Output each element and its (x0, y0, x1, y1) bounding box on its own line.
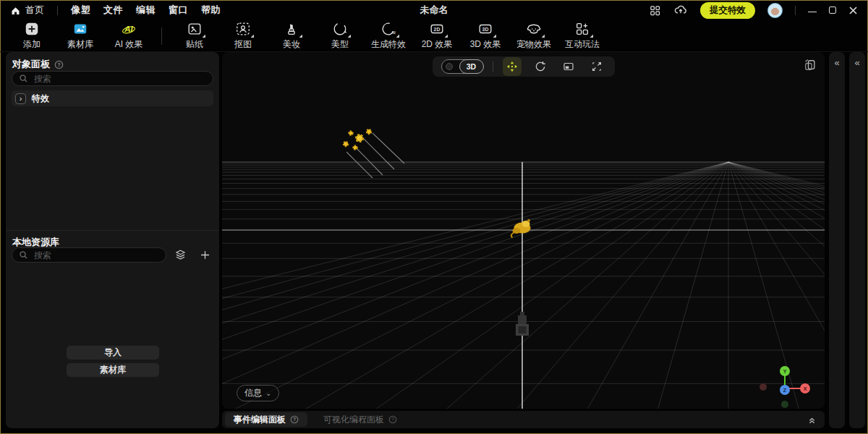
svg-text:2D: 2D (434, 27, 441, 32)
tab-event-editor[interactable]: 事件编辑面板 ? (225, 412, 307, 427)
collapse-left-icon: « (834, 57, 839, 68)
toolbar-face-reshape[interactable]: 美型 (321, 21, 359, 51)
toolbar-separator (161, 27, 162, 45)
cutout-icon (235, 21, 251, 37)
menu-window[interactable]: 窗口 (169, 4, 188, 17)
window-minimize-button[interactable] (808, 12, 817, 13)
cloud-sync-icon[interactable] (673, 3, 688, 17)
titlebar-separator (57, 6, 58, 15)
fit-view-button[interactable] (587, 57, 606, 76)
main-toolbar: 添加 素材库 AI AI 效果 贴纸 (0, 20, 868, 52)
toggle-knob (446, 63, 453, 70)
window-maximize-button[interactable] (829, 7, 836, 14)
rotate-tool-icon (534, 60, 547, 73)
effect-3d-icon: 3D (477, 21, 493, 37)
info-label: 信息 (244, 387, 262, 399)
pet-effect-icon (526, 21, 542, 37)
move-tool-button[interactable] (503, 57, 522, 76)
material-library-icon (72, 21, 88, 37)
svg-text:X: X (804, 386, 807, 391)
menu-edit[interactable]: 编辑 (136, 4, 156, 17)
sticker-icon (187, 21, 203, 37)
toolbar-2d-effect[interactable]: 2D 2D 效果 (418, 21, 456, 51)
tab-visual-programming[interactable]: 可视化编程面板 ? (315, 412, 406, 427)
menu-file[interactable]: 文件 (103, 4, 123, 17)
viewport-toolbar: 3D (433, 56, 615, 77)
toolbar-3d-effect[interactable]: 3D 3D 效果 (467, 21, 504, 51)
svg-text:?: ? (391, 417, 394, 422)
toolbar-generate-effect[interactable]: AI 生成特效 (370, 21, 407, 51)
user-avatar[interactable] (767, 3, 783, 18)
mode-toggle-3d[interactable]: 3D (441, 59, 483, 74)
search-input[interactable] (33, 73, 206, 85)
tree-item-effect[interactable]: › 特效 (12, 90, 213, 106)
toolbar-makeup[interactable]: 美妆 (273, 21, 310, 51)
face-reshape-icon (332, 21, 348, 37)
expand-chevron-icon[interactable]: › (15, 93, 26, 104)
window-close-button[interactable] (848, 6, 858, 15)
chevron-down-icon: ⌄ (265, 391, 271, 396)
object-panel-header: 对象面板 ? (12, 58, 64, 71)
collapse-panel-button[interactable] (807, 414, 817, 425)
effect-2d-icon: 2D (429, 21, 445, 37)
toolbar-cutout[interactable]: 抠图 (224, 21, 262, 51)
scene-objects: Y X Z (222, 52, 825, 409)
local-library-search[interactable] (12, 247, 166, 263)
right-panel-collapsed-2[interactable]: « (849, 52, 865, 428)
help-icon: ? (388, 415, 397, 424)
toolbar-sticker[interactable]: 贴纸 (176, 21, 213, 51)
move-tool-icon (506, 60, 519, 73)
flower-cluster (344, 129, 371, 150)
scale-tool-icon (562, 60, 575, 73)
svg-text:Z: Z (783, 388, 787, 393)
object-panel-search[interactable] (12, 71, 213, 86)
titlebar-separator-2 (795, 6, 796, 15)
svg-text:3D: 3D (482, 27, 489, 32)
viewport-toolbar-separator (493, 61, 493, 72)
apps-grid-icon[interactable] (649, 4, 661, 17)
plus-tile-icon (24, 21, 40, 37)
search-icon (19, 250, 28, 260)
help-icon: ? (290, 415, 299, 424)
double-chevron-up-icon (807, 414, 817, 425)
makeup-icon (284, 21, 299, 37)
viewport-3d[interactable]: Y X Z 3D (222, 52, 825, 409)
library-button[interactable]: 素材库 (67, 363, 159, 377)
rotate-screen-icon[interactable] (803, 58, 817, 72)
scale-tool-button[interactable] (559, 57, 578, 76)
svg-text:?: ? (293, 417, 296, 422)
toolbar-interactive-play[interactable]: 互动玩法 (563, 21, 601, 51)
toolbar-material-library[interactable]: 素材库 (61, 21, 99, 51)
import-button[interactable]: 导入 (67, 346, 159, 359)
generate-effect-icon: AI (380, 21, 396, 37)
menu-help[interactable]: 帮助 (201, 4, 221, 17)
interactive-play-icon (574, 21, 590, 37)
info-dropdown[interactable]: 信息 ⌄ (237, 385, 279, 401)
bottom-bar: 事件编辑面板 ? 可视化编程面板 ? (222, 411, 825, 428)
right-panel-collapsed-1[interactable]: « (829, 52, 845, 428)
toolbar-pet-effect[interactable]: 宠物效果 (515, 21, 553, 51)
ai-effect-icon: AI (121, 21, 137, 37)
home-label: 首页 (25, 4, 44, 17)
home-icon (10, 5, 21, 16)
svg-text:?: ? (57, 61, 61, 68)
toolbar-ai-effect[interactable]: AI AI 效果 (110, 21, 148, 51)
help-icon[interactable]: ? (54, 60, 64, 69)
rotate-tool-button[interactable] (531, 57, 550, 76)
svg-text:Y: Y (783, 369, 787, 374)
app-window: 首页 像塑 文件 编辑 窗口 帮助 未命名 提交特效 (0, 0, 868, 434)
camera-object (516, 312, 529, 336)
fit-view-icon (590, 60, 603, 73)
home-button[interactable]: 首页 (10, 4, 44, 17)
search-icon (19, 74, 28, 83)
add-resource-icon[interactable] (199, 249, 211, 261)
axis-gizmo[interactable]: Y X Z (760, 366, 810, 408)
submit-effect-button[interactable]: 提交特效 (700, 2, 755, 19)
layers-icon[interactable] (174, 248, 187, 262)
menu-xiangsu[interactable]: 像塑 (71, 4, 90, 17)
object-panel-title: 对象面板 (12, 58, 50, 71)
sidebar-divider (6, 230, 219, 231)
toolbar-add[interactable]: 添加 (13, 21, 51, 51)
gold-origin-object (511, 219, 531, 238)
search-input[interactable] (33, 250, 159, 261)
